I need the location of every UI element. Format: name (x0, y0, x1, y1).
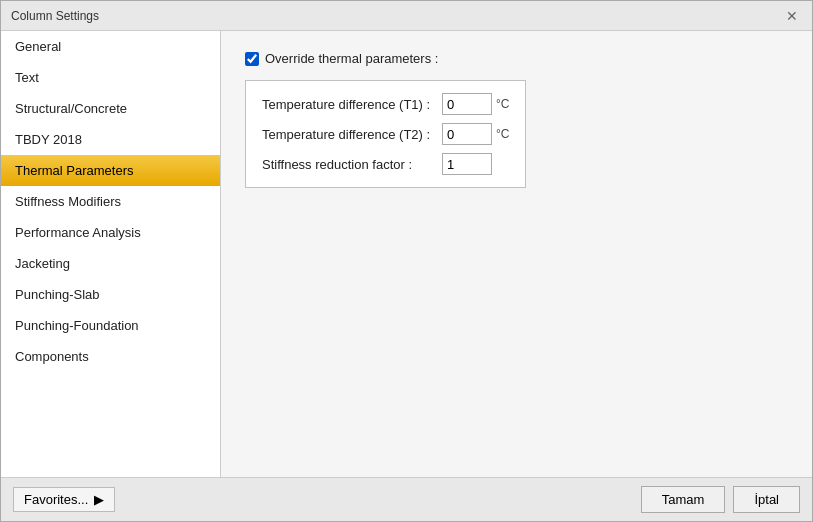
favorites-arrow-icon: ▶ (94, 492, 104, 507)
param-row-1: Temperature difference (T2) :°C (262, 123, 509, 145)
favorites-label: Favorites... (24, 492, 88, 507)
override-label: Override thermal parameters : (265, 51, 438, 66)
footer-left: Favorites... ▶ (13, 487, 115, 512)
close-button[interactable]: ✕ (782, 9, 802, 23)
sidebar-item-punching-slab[interactable]: Punching-Slab (1, 279, 220, 310)
param-label-1: Temperature difference (T2) : (262, 127, 442, 142)
cancel-button[interactable]: İptal (733, 486, 800, 513)
param-input-2[interactable] (442, 153, 492, 175)
sidebar-item-performance-analysis[interactable]: Performance Analysis (1, 217, 220, 248)
sidebar-item-structural-concrete[interactable]: Structural/Concrete (1, 93, 220, 124)
param-unit-0: °C (496, 97, 509, 111)
sidebar-item-stiffness-modifiers[interactable]: Stiffness Modifiers (1, 186, 220, 217)
title-bar: Column Settings ✕ (1, 1, 812, 31)
footer-right: Tamam İptal (641, 486, 800, 513)
dialog-title: Column Settings (11, 9, 99, 23)
favorites-button[interactable]: Favorites... ▶ (13, 487, 115, 512)
param-input-1[interactable] (442, 123, 492, 145)
sidebar: GeneralTextStructural/ConcreteTBDY 2018T… (1, 31, 221, 477)
sidebar-item-jacketing[interactable]: Jacketing (1, 248, 220, 279)
param-row-0: Temperature difference (T1) :°C (262, 93, 509, 115)
footer: Favorites... ▶ Tamam İptal (1, 477, 812, 521)
sidebar-item-thermal-parameters[interactable]: Thermal Parameters (1, 155, 220, 186)
params-box: Temperature difference (T1) :°CTemperatu… (245, 80, 526, 188)
sidebar-item-general[interactable]: General (1, 31, 220, 62)
ok-button[interactable]: Tamam (641, 486, 726, 513)
override-row: Override thermal parameters : (245, 51, 788, 66)
sidebar-item-tbdy-2018[interactable]: TBDY 2018 (1, 124, 220, 155)
sidebar-item-text[interactable]: Text (1, 62, 220, 93)
param-input-0[interactable] (442, 93, 492, 115)
param-row-2: Stiffness reduction factor : (262, 153, 509, 175)
param-unit-1: °C (496, 127, 509, 141)
sidebar-item-punching-foundation[interactable]: Punching-Foundation (1, 310, 220, 341)
sidebar-item-components[interactable]: Components (1, 341, 220, 372)
param-label-0: Temperature difference (T1) : (262, 97, 442, 112)
param-label-2: Stiffness reduction factor : (262, 157, 442, 172)
main-panel: Override thermal parameters : Temperatur… (221, 31, 812, 477)
content-area: GeneralTextStructural/ConcreteTBDY 2018T… (1, 31, 812, 477)
column-settings-dialog: Column Settings ✕ GeneralTextStructural/… (0, 0, 813, 522)
override-checkbox[interactable] (245, 52, 259, 66)
